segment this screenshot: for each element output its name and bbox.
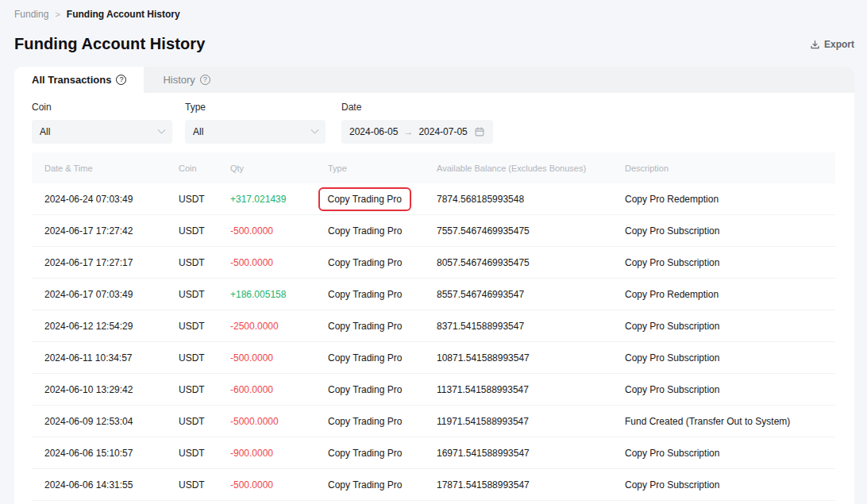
tab-all-transactions-label: All Transactions [32,74,111,86]
date-filter-label: Date [341,102,493,113]
cell-qty: -600.0000 [230,384,328,395]
cell-coin: USDT [179,225,230,237]
export-icon [810,40,820,50]
date-start-value: 2024-06-05 [349,126,398,137]
table-header: Date & Time Coin Qty Type Available Bala… [32,152,835,183]
table-row: 2024-06-17 17:27:42USDT-500.0000Copy Tra… [32,215,835,247]
cell-datetime: 2024-06-06 14:31:55 [44,479,179,491]
date-filter: Date 2024-06-05 → 2024-07-05 [341,102,493,144]
cell-type: Copy Trading Pro [328,321,437,332]
col-header-type: Type [328,164,437,173]
cell-description: Copy Pro Subscription [625,352,835,364]
breadcrumb-separator-icon: > [55,10,60,19]
transactions-table: Date & Time Coin Qty Type Available Bala… [32,152,835,501]
table-body: 2024-06-24 07:03:49USDT+317.021439Copy T… [32,183,835,501]
cell-description: Copy Pro Subscription [625,225,835,237]
cell-coin: USDT [179,194,230,205]
page-title: Funding Account History [14,35,205,53]
cell-balance: 16971.541588993547 [437,448,625,459]
cell-datetime: 2024-06-10 13:29:42 [44,384,179,395]
cell-datetime: 2024-06-12 12:54:29 [44,321,179,332]
cell-balance: 11371.541588993547 [437,384,625,395]
export-button[interactable]: Export [810,39,854,50]
date-range-picker[interactable]: 2024-06-05 → 2024-07-05 [341,120,493,144]
cell-description: Copy Pro Subscription [625,448,835,459]
cell-coin: USDT [179,479,230,491]
type-select[interactable]: All [185,120,326,144]
cell-datetime: 2024-06-24 07:03:49 [44,194,179,205]
coin-select[interactable]: All [32,120,172,144]
type-select-value: All [193,126,203,137]
cell-qty: -5000.0000 [230,416,328,427]
col-header-balance: Available Balance (Excludes Bonuses) [437,164,625,173]
coin-filter-label: Coin [32,102,172,113]
help-icon[interactable]: ? [200,75,210,85]
tab-bar: All Transactions ? History ? [14,67,854,93]
table-row: 2024-06-06 14:31:55USDT-500.0000Copy Tra… [32,469,835,501]
cell-description: Copy Pro Subscription [625,384,835,395]
table-row: 2024-06-10 13:29:42USDT-600.0000Copy Tra… [32,374,835,406]
cell-qty: -500.0000 [230,479,328,491]
cell-datetime: 2024-06-17 07:03:49 [44,289,179,300]
breadcrumb: Funding > Funding Account History [14,9,180,20]
cell-coin: USDT [179,448,230,459]
cell-qty: -500.0000 [230,225,328,237]
cell-qty: -500.0000 [230,352,328,364]
date-end-value: 2024-07-05 [418,126,467,137]
cell-balance: 17871.541588993547 [437,479,625,491]
cell-coin: USDT [179,416,230,427]
cell-type: Copy Trading Pro [328,448,437,459]
cell-qty: -900.0000 [230,448,328,459]
col-header-description: Description [625,164,835,173]
cell-description: Copy Pro Subscription [625,479,835,491]
cell-datetime: 2024-06-06 15:10:57 [44,448,179,459]
cell-balance: 10871.541588993547 [437,352,625,364]
cell-coin: USDT [179,352,230,364]
coin-select-value: All [40,126,50,137]
highlight-box: Copy Trading Pro [318,187,411,211]
tab-history-label: History [163,74,195,86]
help-icon[interactable]: ? [116,75,126,85]
type-filter: Type All [185,102,326,144]
chevron-down-icon [158,125,166,133]
cell-balance: 8371.541588993547 [437,321,625,332]
cell-datetime: 2024-06-17 17:27:42 [44,225,179,237]
cell-description: Copy Pro Redemption [625,194,835,205]
table-row: 2024-06-17 17:27:17USDT-500.0000Copy Tra… [32,247,835,279]
breadcrumb-current: Funding Account History [67,9,180,20]
export-label: Export [824,39,854,50]
chevron-down-icon [311,125,319,133]
tab-history[interactable]: History ? [145,67,227,93]
cell-coin: USDT [179,321,230,332]
cell-datetime: 2024-06-11 10:34:57 [44,352,179,364]
cell-balance: 7557.5467469935475 [437,225,625,237]
table-row: 2024-06-11 10:34:57USDT-500.0000Copy Tra… [32,342,835,374]
tab-all-transactions[interactable]: All Transactions ? [14,67,144,93]
table-row: 2024-06-12 12:54:29USDT-2500.0000Copy Tr… [32,310,835,342]
table-row: 2024-06-24 07:03:49USDT+317.021439Copy T… [32,183,835,215]
cell-coin: USDT [179,257,230,268]
cell-type: Copy Trading Pro [328,187,437,211]
cell-datetime: 2024-06-17 17:27:17 [44,257,179,268]
table-row: 2024-06-17 07:03:49USDT+186.005158Copy T… [32,279,835,310]
col-header-datetime: Date & Time [44,164,179,173]
cell-type: Copy Trading Pro [328,225,437,237]
breadcrumb-funding-link[interactable]: Funding [14,9,48,20]
date-range-arrow-icon: → [403,126,413,137]
cell-qty: -2500.0000 [230,321,328,332]
cell-type: Copy Trading Pro [328,352,437,364]
cell-balance: 8557.546746993547 [437,289,625,300]
calendar-icon [474,126,485,137]
cell-type: Copy Trading Pro [328,384,437,395]
cell-type: Copy Trading Pro [328,416,437,427]
cell-type: Copy Trading Pro [328,289,437,300]
cell-qty: +186.005158 [230,289,328,300]
cell-description: Fund Created (Transfer Out to System) [625,416,835,427]
cell-type: Copy Trading Pro [328,479,437,491]
col-header-qty: Qty [230,164,328,173]
cell-description: Copy Pro Redemption [625,289,835,300]
table-row: 2024-06-06 15:10:57USDT-900.0000Copy Tra… [32,437,835,469]
cell-balance: 7874.568185993548 [437,194,625,205]
cell-qty: +317.021439 [230,194,328,205]
cell-datetime: 2024-06-09 12:53:04 [44,416,179,427]
